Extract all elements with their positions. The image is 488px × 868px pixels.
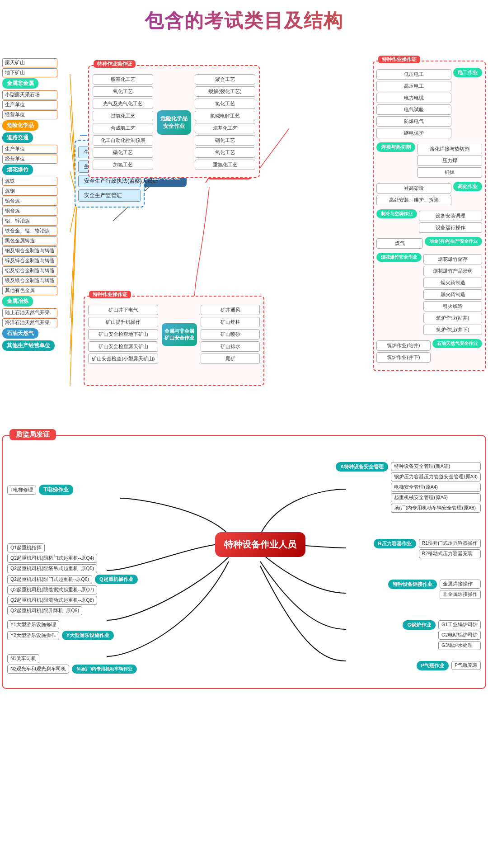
q-item: Q2起重机司机(限塔吊式起重机--原Q5) — [7, 564, 97, 573]
weld-label: 特种设备焊接作业 — [388, 580, 437, 589]
anjian-sub-item: 安全生产监管证 — [78, 189, 141, 202]
dc-item: 过氧化工艺 — [93, 111, 153, 121]
mine-item: 矿山井下电气 — [88, 305, 158, 315]
mine-item: 矿山提升机操作 — [88, 317, 158, 327]
right-item: 烟火药制造 — [423, 278, 482, 288]
dc-item: 氧化工艺 — [93, 86, 153, 97]
leaf-node: 铝、锌冶炼 — [2, 217, 57, 226]
dc-item: 磺化工艺 — [93, 147, 153, 158]
top-mindmap: 露天矿山 地下矿山 金属非金属 小型露天采石场 生产单位 经营单位 危险化学品 — [0, 38, 488, 431]
dc-item: 胺基化工艺 — [93, 74, 153, 85]
right-item: 筑炉作业(井下) — [376, 352, 431, 363]
mine-item: 矿山喷砂 — [201, 329, 260, 340]
right-section-label-height: 高处作业 — [453, 182, 482, 191]
category-label-other: 其他生产经营单位 — [2, 340, 55, 351]
category-label-yanhua: 烟花爆竹 — [2, 165, 33, 175]
g-item: G2电站锅炉司炉 — [438, 631, 481, 640]
leaf-node: 露天矿山 — [2, 58, 57, 67]
y-item: Y2大型游乐设施操作 — [7, 631, 59, 640]
mine-item: 矿山炸柱 — [201, 317, 260, 327]
leaf-node: 地下矿山 — [2, 68, 57, 77]
right-item: 筑炉作业(站井) — [376, 340, 431, 351]
leaf-node: 生产单位 — [2, 145, 57, 154]
dc-center: 危险化学品安全作业 — [157, 110, 191, 135]
leaf-node: 钢及铜合金制造与铸造 — [2, 246, 57, 255]
a-item: 电梯安全管理(原A4) — [391, 483, 481, 492]
right-item: 煤气 — [376, 238, 423, 249]
dc-item: 硝化工艺 — [195, 135, 255, 146]
right-item: 电气试验 — [376, 104, 451, 115]
weld-item: 金属焊接操作 — [440, 580, 481, 589]
mine-item: 矿井通风 — [201, 305, 260, 315]
mine-item: 矿山安全检查露天矿山 — [88, 341, 158, 352]
leaf-node: 生产单位 — [2, 100, 57, 109]
mine-item: 矿山安全检查(小型露天矿山) — [88, 354, 158, 364]
weld-item: 非金属焊接操作 — [440, 590, 481, 599]
bottom-section-label: 质监局发证 — [9, 429, 56, 440]
bottom-mindmap: 特种设备作业人员 T电梯修理 T电梯作业 Q1起重机指挥 Q2起重机司机(限桥门… — [7, 444, 481, 684]
dc-item: 重氮化工艺 — [195, 160, 255, 170]
q-item: Q2起重机司机(限流动式起重机--原Q8) — [7, 596, 97, 605]
q-item: Q2起重机司机(限门式起重机--原Q6) — [7, 575, 92, 584]
mine-center: 金属与非金属矿山安全作业 — [162, 323, 197, 346]
right-section-label-welding: 焊接与热切割 — [376, 142, 415, 152]
svg-line-5 — [70, 198, 77, 318]
right-section-label-refriger: 制冷与空调作业 — [376, 209, 417, 218]
q-item: Q2起重机司机(限升降机--原Q9) — [7, 606, 82, 615]
dc-item: 加氢工艺 — [93, 160, 153, 170]
r-item: R1快开门式压力容器操作 — [419, 539, 481, 548]
mine-item: 尾矿 — [201, 354, 260, 364]
y-group: Y1大型游乐设施修理 Y2大型游乐设施操作 Y大型游乐设施作业 — [7, 620, 114, 640]
t-label: T电梯作业 — [39, 485, 73, 495]
r-group: R压力容器作业 R1快开门式压力容器操作 R2移动式压力容器充装 — [374, 539, 481, 558]
right-section-label-metal: 冶金(有色)生产安全作业 — [425, 237, 482, 246]
leaf-node: 小型露天采石场 — [2, 90, 57, 99]
leaf-node: 黑色金属铸造 — [2, 236, 57, 245]
right-section-label-oil: 石油天然气安全作业 — [432, 339, 482, 348]
leaf-node: 锌及锌合金制造与铸造 — [2, 256, 57, 265]
weld-group: 特种设备焊接作业 金属焊接操作 非金属焊接操作 — [388, 580, 481, 599]
g-label: G锅炉作业 — [403, 620, 436, 630]
dc-item: 氧化工艺 — [195, 147, 255, 158]
leaf-node: 铅台炼 — [2, 197, 57, 206]
dc-item: 氯碱电解工艺 — [195, 111, 255, 121]
right-item: 高压电工 — [376, 81, 451, 91]
dangerous-chem-box: 特种作业操作证 胺基化工艺 氧化工艺 光气及光气化工艺 过氧化工艺 合成氨工艺 … — [88, 65, 260, 178]
a-item: 锅炉压力容器压力管道安全管理(原A3) — [391, 472, 481, 481]
p-group: P气瓶作业 P气瓶充装 — [417, 661, 481, 670]
leaf-node: 炼钢 — [2, 187, 57, 196]
p-item: P气瓶充装 — [451, 661, 481, 670]
q-group: Q1起重机指挥 Q2起重机司机(限桥门式起重机--原Q4) Q2起重机司机(限塔… — [7, 543, 138, 615]
dc-item: 烷基化工艺 — [195, 123, 255, 133]
t-group: T电梯修理 T电梯作业 — [7, 485, 73, 495]
svg-line-6 — [70, 198, 77, 354]
leaf-node: 经营单位 — [2, 155, 57, 164]
right-item: 设备安装调理 — [419, 211, 482, 221]
right-item: 电力电缆 — [376, 93, 451, 103]
leaf-node: 炼铁 — [2, 177, 57, 186]
leaf-node: 经营单位 — [2, 110, 57, 119]
right-item: 烟花爆竹储存 — [423, 254, 482, 264]
category-label-jinshu: 金属非金属 — [2, 78, 38, 89]
y-label: Y大型游乐设施作业 — [62, 631, 114, 640]
a-item: 场(厂)内专用机动车辆安全管理(原A8) — [391, 504, 481, 513]
leaf-node: 陆上石油天然气开采 — [2, 308, 57, 317]
leaf-node: 其他有色金属 — [2, 286, 57, 295]
right-item: 引火线造 — [423, 301, 482, 311]
right-item: 熔化焊接与热切割 — [417, 144, 482, 154]
leaf-node: 镁及镁合金制造与铸造 — [2, 276, 57, 285]
right-section-label-electric: 电工作业 — [453, 68, 482, 77]
leaf-node: 铜台炼 — [2, 207, 57, 216]
dc-item: 合成氨工艺 — [93, 123, 153, 133]
right-item: 继电保护 — [376, 128, 451, 138]
dc-item: 光气及光气化工艺 — [93, 99, 153, 109]
n-group: N1叉车司机 N2观光车和观光刹车司机 N场(厂)内专用机动车辆作业 — [7, 654, 137, 674]
leaf-node: 铝及铝合金制造与铸造 — [2, 266, 57, 275]
right-item: 登高架设 — [376, 183, 451, 193]
right-item: 低压电工 — [376, 69, 451, 80]
leaf-node: 海洋石油天然气开采 — [2, 318, 57, 327]
category-label-jinshu2: 金属冶炼 — [2, 296, 33, 307]
a-label: A特种设备安全管理 — [336, 462, 388, 472]
bottom-section: 质监局发证 — [2, 435, 486, 689]
p-label: P气瓶作业 — [417, 661, 449, 670]
